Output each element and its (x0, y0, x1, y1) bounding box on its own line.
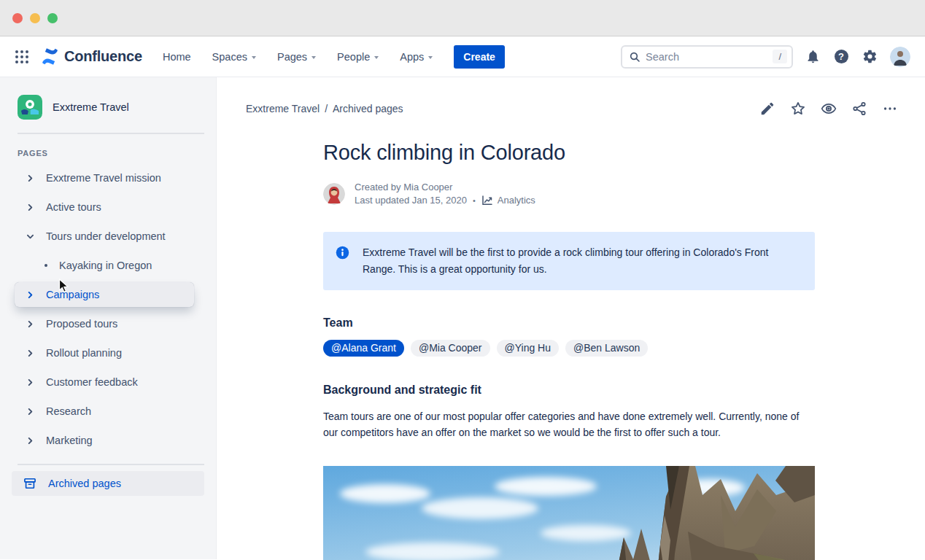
byline: Created by Mia Cooper Last updated Jan 1… (323, 181, 815, 207)
info-panel: Exxtreme Travel will be the first to pro… (323, 232, 815, 290)
analytics-chart-icon (481, 195, 493, 206)
chevron-right-icon (27, 204, 34, 211)
space-icon (18, 95, 42, 120)
chevron-down-icon (252, 56, 256, 59)
archive-box-icon (23, 476, 37, 491)
team-mentions: @Alana Grant @Mia Cooper @Ying Hu @Ben L… (323, 340, 815, 357)
created-by-text: Created by Mia Cooper (355, 181, 535, 194)
author-avatar[interactable] (323, 183, 345, 205)
menu-item-apps[interactable]: Apps (400, 51, 433, 63)
background-heading: Background and strategic fit (323, 384, 815, 397)
byline-meta: Created by Mia Cooper Last updated Jan 1… (355, 181, 535, 207)
sidebar-item-archived-pages[interactable]: Archived pages (12, 471, 204, 496)
star-favorite-icon[interactable] (790, 101, 806, 117)
notifications-bell-icon[interactable] (804, 48, 821, 66)
chevron-down-icon (311, 56, 316, 59)
page-title: Rock climbing in Colorado (323, 141, 815, 165)
info-panel-text: Exxtreme Travel will be the first to pro… (363, 244, 800, 278)
chevron-right-icon (27, 350, 34, 357)
sidebar-item-active-tours[interactable]: Active tours (0, 192, 216, 222)
breadcrumb-page-link[interactable]: Archived pages (333, 103, 403, 114)
mention-ben-lawson[interactable]: @Ben Lawson (565, 340, 648, 357)
sidebar-divider (18, 464, 204, 465)
nav-right-cluster: / ? (621, 45, 910, 69)
window-minimize-button[interactable] (30, 13, 40, 23)
menu-item-people[interactable]: People (337, 51, 379, 63)
chevron-down-icon (374, 56, 379, 59)
edit-pencil-icon[interactable] (759, 101, 775, 117)
space-sidebar: Exxtreme Travel PAGES Exxtreme Travel mi… (0, 77, 217, 559)
breadcrumb-space-link[interactable]: Exxtreme Travel (246, 103, 320, 114)
help-glyph: ? (838, 51, 844, 62)
window-close-button[interactable] (12, 13, 23, 23)
search-icon (629, 51, 640, 63)
share-icon[interactable] (851, 101, 867, 117)
chevron-right-icon (27, 379, 34, 386)
sidebar-item-rollout-planning[interactable]: Rollout planning (0, 338, 216, 368)
pages-section-label: PAGES (18, 149, 216, 158)
sidebar-item-campaigns-slot: Campaigns (0, 280, 216, 309)
menu-item-spaces[interactable]: Spaces (212, 51, 256, 63)
watch-eye-icon[interactable] (821, 101, 837, 117)
mention-ying-hu[interactable]: @Ying Hu (497, 340, 560, 357)
window-titlebar (0, 0, 925, 36)
sidebar-divider (18, 133, 204, 134)
chevron-right-icon (27, 438, 34, 444)
confluence-window: Confluence Home Spaces Pages People Apps… (0, 0, 925, 560)
settings-gear-icon[interactable] (861, 48, 878, 66)
confluence-logo-text: Confluence (64, 48, 142, 65)
chevron-down-icon (27, 233, 34, 240)
last-updated-text: Last updated Jan 15, 2020 (355, 194, 467, 207)
sidebar-item-customer-feedback[interactable]: Customer feedback (0, 368, 216, 397)
byline-separator: • (473, 194, 476, 207)
page-content: Exxtreme Travel/Archived pages (217, 77, 925, 559)
more-actions-icon[interactable] (882, 101, 898, 117)
search-shortcut-key: / (773, 50, 787, 63)
chevron-right-icon (27, 408, 34, 415)
help-icon[interactable]: ? (832, 48, 850, 66)
breadcrumb: Exxtreme Travel/Archived pages (246, 103, 403, 114)
confluence-logo[interactable]: Confluence (41, 47, 142, 66)
sidebar-item-tours-under-development[interactable]: Tours under development (0, 222, 216, 251)
confluence-logo-icon (41, 47, 59, 66)
menu-item-home[interactable]: Home (163, 51, 191, 63)
chevron-right-icon (27, 292, 34, 298)
search-box[interactable]: / (621, 45, 793, 69)
sidebar-item-campaigns-dragging[interactable]: Campaigns (15, 282, 194, 307)
mention-alana-grant[interactable]: @Alana Grant (323, 340, 404, 357)
sidebar-item-exxtreme-travel-mission[interactable]: Exxtreme Travel mission (0, 163, 216, 192)
info-icon (335, 245, 350, 260)
chevron-down-icon (428, 56, 433, 59)
content-header: Exxtreme Travel/Archived pages (217, 77, 925, 117)
page-article: Rock climbing in Colorado Created by Mia… (323, 141, 815, 560)
menu-item-pages[interactable]: Pages (277, 51, 316, 63)
sidebar-item-marketing[interactable]: Marketing (0, 426, 216, 455)
team-heading: Team (323, 316, 815, 330)
page-image[interactable] (323, 466, 815, 560)
analytics-link[interactable]: Analytics (481, 194, 535, 207)
background-paragraph: Team tours are one of our most popular o… (323, 409, 815, 440)
mention-mia-cooper[interactable]: @Mia Cooper (411, 340, 490, 357)
main-menu: Home Spaces Pages People Apps (163, 51, 454, 63)
chevron-right-icon (27, 175, 34, 182)
search-input[interactable] (646, 51, 773, 63)
user-avatar[interactable] (890, 47, 910, 67)
sidebar-item-proposed-tours[interactable]: Proposed tours (0, 309, 216, 338)
breadcrumb-separator: / (325, 103, 328, 114)
page-actions (745, 101, 898, 117)
chevron-right-icon (27, 321, 34, 327)
create-button[interactable]: Create (454, 45, 505, 69)
app-switcher-icon[interactable] (13, 48, 31, 66)
window-zoom-button[interactable] (47, 13, 58, 23)
space-name: Exxtreme Travel (53, 101, 129, 113)
sidebar-item-research[interactable]: Research (0, 397, 216, 426)
space-header[interactable]: Exxtreme Travel (0, 95, 216, 120)
top-navigation-bar: Confluence Home Spaces Pages People Apps… (0, 36, 925, 77)
bullet-icon (44, 264, 47, 267)
sidebar-item-kayaking-in-oregon[interactable]: Kayaking in Oregon (0, 251, 216, 280)
